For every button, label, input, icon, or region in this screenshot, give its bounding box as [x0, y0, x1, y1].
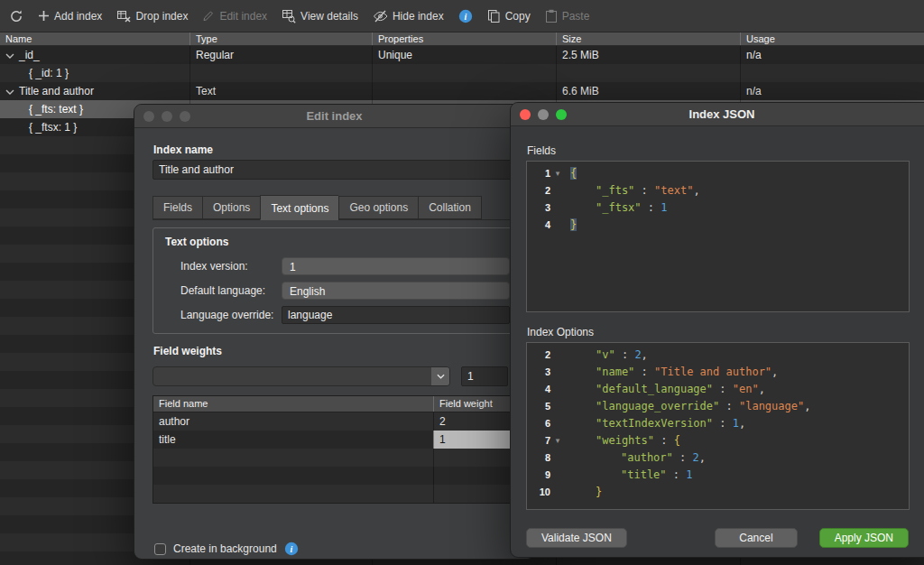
- apply-json-button[interactable]: Apply JSON: [819, 528, 909, 548]
- paste-button: Paste: [545, 9, 590, 23]
- create-in-background-row: Create in background i: [154, 542, 299, 556]
- copy-button[interactable]: Copy: [487, 9, 531, 23]
- chevron-down-icon: [437, 374, 445, 379]
- zoom-button[interactable]: [180, 111, 190, 122]
- cell: _id_: [0, 46, 189, 64]
- cancel-button[interactable]: Cancel: [715, 528, 797, 548]
- empty-row: [153, 467, 517, 485]
- line-number: 5: [527, 398, 550, 415]
- close-button[interactable]: [143, 111, 154, 122]
- cell: Unique: [372, 46, 556, 64]
- index-name: { _ftsx: 1 }: [29, 118, 77, 136]
- window-controls: [143, 105, 190, 127]
- field-weight-cell: [433, 467, 517, 485]
- minimize-button[interactable]: [538, 109, 549, 120]
- index-version-combo[interactable]: 1: [282, 257, 510, 275]
- drop-index-button[interactable]: Drop index: [116, 9, 188, 23]
- cell: Regular: [189, 46, 372, 64]
- cell: Title and author: [0, 82, 189, 100]
- zoom-button[interactable]: [556, 109, 567, 120]
- field-weights-table: Field name Field weight author2title1: [152, 395, 518, 504]
- weight-value-input[interactable]: [461, 366, 508, 386]
- cell: [372, 82, 556, 100]
- edit-dialog-titlebar[interactable]: Edit index: [134, 105, 534, 128]
- editor-line: 10}: [527, 484, 909, 501]
- expand-chevron-icon[interactable]: [5, 82, 14, 100]
- code-text: "title" : 1: [565, 467, 693, 484]
- fold-arrow-icon[interactable]: ▾: [550, 432, 565, 449]
- fold-gutter: [550, 182, 565, 199]
- column-header-name[interactable]: Name: [0, 32, 189, 45]
- line-number: 8: [527, 449, 550, 467]
- tab-text-options[interactable]: Text options: [260, 195, 338, 220]
- column-header-size[interactable]: Size: [556, 32, 740, 45]
- toolbar-button-label: Copy: [505, 10, 531, 23]
- field-weight-row[interactable]: title1: [153, 431, 517, 449]
- empty-row: [153, 449, 517, 467]
- index-row[interactable]: { _id: 1 }: [0, 64, 924, 82]
- hide-index-button[interactable]: Hide index: [373, 10, 444, 23]
- code-text: {: [565, 165, 577, 182]
- line-number: 4: [527, 217, 550, 234]
- svg-text:i: i: [464, 11, 467, 21]
- fold-gutter: [550, 484, 565, 501]
- minimize-button[interactable]: [162, 111, 172, 122]
- index-row[interactable]: _id_RegularUnique2.5 MiBn/a: [0, 46, 924, 64]
- cell: [189, 64, 372, 82]
- editor-line: 3"_ftsx" : 1: [527, 199, 909, 217]
- code-text: }: [565, 484, 602, 501]
- index-name-input[interactable]: [152, 160, 524, 180]
- field-weight-cell[interactable]: 2: [433, 412, 517, 431]
- field-weight-cell[interactable]: 1: [433, 431, 517, 449]
- json-dialog-buttons: Validate JSON Cancel Apply JSON: [526, 527, 909, 549]
- field-weights-picker-row: [152, 366, 518, 386]
- editor-line: 9"title" : 1: [527, 467, 909, 484]
- index-name: Title and author: [19, 82, 94, 100]
- info-button[interactable]: i: [458, 9, 473, 23]
- column-header-properties[interactable]: Properties: [372, 32, 556, 45]
- tab-fields[interactable]: Fields: [152, 196, 202, 219]
- fold-arrow-icon[interactable]: ▾: [550, 165, 565, 182]
- view-details-button[interactable]: View details: [282, 9, 358, 23]
- tab-collation[interactable]: Collation: [418, 196, 482, 219]
- close-button[interactable]: [520, 109, 531, 120]
- refresh-button[interactable]: [9, 9, 23, 23]
- toolbar-button-label: Hide index: [393, 10, 444, 23]
- field-name-cell: author: [153, 412, 433, 431]
- json-dialog-titlebar[interactable]: Index JSON: [511, 103, 924, 126]
- tab-geo-options[interactable]: Geo options: [338, 196, 418, 219]
- fold-gutter: [550, 467, 565, 484]
- index-json-dialog: Index JSON Fields 1▾{2"_fts" : "text",3"…: [510, 102, 924, 558]
- app-window: Add indexDrop indexEdit indexView detail…: [0, 0, 924, 565]
- combo-dropdown-button[interactable]: [431, 367, 449, 385]
- info-icon[interactable]: i: [284, 542, 299, 556]
- fields-json-editor[interactable]: 1▾{2"_fts" : "text",3"_ftsx" : 14}: [526, 161, 910, 312]
- line-number: 1: [527, 165, 550, 182]
- index-options-json-editor[interactable]: 2"v" : 2,3"name" : "Title and author",4"…: [526, 342, 910, 510]
- default-language-combo[interactable]: English: [282, 282, 510, 300]
- column-header-usage[interactable]: Usage: [740, 32, 924, 45]
- cell: Text: [189, 82, 372, 100]
- create-in-background-checkbox[interactable]: [154, 543, 166, 555]
- index-row[interactable]: Title and authorText6.6 MiBn/a: [0, 82, 924, 100]
- cell: 2.5 MiB: [556, 46, 740, 64]
- field-name-cell: [153, 485, 433, 503]
- expand-chevron-icon[interactable]: [5, 46, 14, 64]
- line-number: 4: [527, 381, 550, 398]
- add-index-button[interactable]: Add index: [38, 10, 102, 23]
- column-header-type[interactable]: Type: [189, 32, 372, 45]
- toolbar-button-label: Add index: [54, 10, 102, 23]
- cell: { _id: 1 }: [0, 64, 189, 82]
- cell: [556, 64, 740, 82]
- code-text: "textIndexVersion" : 1,: [565, 415, 745, 432]
- info-icon: i: [458, 9, 473, 23]
- editor-line: 4}: [527, 217, 909, 234]
- tab-options[interactable]: Options: [202, 196, 260, 219]
- language-override-input[interactable]: [282, 306, 510, 324]
- field-name-combo[interactable]: [152, 366, 450, 386]
- validate-json-button[interactable]: Validate JSON: [526, 528, 627, 548]
- fields-section-label: Fields: [527, 144, 556, 157]
- field-weight-row[interactable]: author2: [153, 412, 517, 431]
- window-controls: [520, 103, 567, 125]
- cell: n/a: [740, 82, 924, 100]
